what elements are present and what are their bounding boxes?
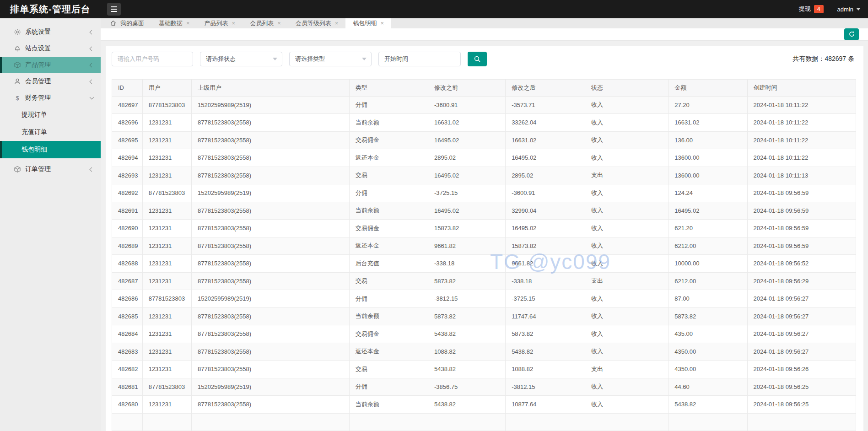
table-cell: 1231231 [142,396,191,414]
table-cell: 435.00 [669,325,747,343]
search-button[interactable] [468,52,487,66]
sidebar-subitem-4-2[interactable]: 钱包明细 [0,141,101,158]
close-icon[interactable]: × [277,20,281,26]
tab-label: 会员等级列表 [296,19,331,27]
user-menu[interactable]: admin [837,6,861,13]
sidebar-subitem-4-1[interactable]: 充值订单 [0,124,101,141]
tab-1[interactable]: 基础数据× [151,18,197,28]
table-cell: 27.20 [669,96,747,114]
table-cell: 5873.82 [506,325,585,343]
table-cell: 1231231 [142,167,191,184]
sidebar-item-2[interactable]: 产品管理 [0,57,101,73]
table-cell: 当前余额 [349,307,428,325]
table-cell: 2024-01-18 09:56:26 [747,361,856,378]
table-cell: 87781523803 [142,96,191,114]
sidebar-item-label: 站点设置 [25,44,90,53]
table-row: 482683123123187781523803(2558)返还本金1088.8… [112,343,856,361]
table-cell: 交易佣金 [349,325,428,343]
table-cell: 分佣 [349,96,428,114]
table-cell: 482683 [112,343,143,361]
table-cell: 87781523803(2558) [191,325,349,343]
tab-0[interactable]: 我的桌面 [102,18,151,28]
status-select[interactable]: 请选择状态 [200,52,282,66]
table-cell: 当前余额 [349,396,428,414]
user-icon [13,78,21,86]
table-cell: 收入 [585,131,669,149]
table-cell: 9661.82 [428,237,506,255]
sidebar-item-label: 财务管理 [25,94,90,102]
type-select[interactable]: 请选择类型 [289,52,372,66]
sidebar-item-4[interactable]: $财务管理 [0,90,101,106]
sidebar-item-3[interactable]: 会员管理 [0,73,101,90]
app-title: 排单系统-管理后台 [0,3,99,16]
column-header: 上级用户 [191,79,349,96]
tab-label: 我的桌面 [120,19,144,27]
column-header: 创建时间 [747,79,856,96]
close-icon[interactable]: × [186,20,190,26]
table-cell: 10000.00 [669,255,747,273]
sidebar-item-5[interactable]: 订单管理 [0,161,101,178]
table-cell [142,413,191,431]
table-cell: 87781523803(2558) [191,343,349,361]
close-icon[interactable]: × [380,20,384,26]
withdraw-notice-link[interactable]: 提现 [799,5,811,13]
chevron-left-icon [90,167,94,172]
sidebar-item-label: 订单管理 [25,165,90,173]
table-cell: 收入 [585,325,669,343]
table-cell [349,413,428,431]
table-cell: 11747.64 [506,307,585,325]
user-number-input[interactable] [112,52,193,66]
table-cell: 2024-01-18 09:56:29 [747,272,856,290]
tab-4[interactable]: 会员等级列表× [288,18,346,28]
table-cell: 分佣 [349,378,428,396]
column-header: ID [112,79,143,96]
sidebar-toggle-button[interactable] [107,3,121,16]
table-cell: 482686 [112,290,143,308]
table-row: 482684123123187781523803(2558)交易佣金5438.8… [112,325,856,343]
tab-2[interactable]: 产品列表× [197,18,243,28]
table-cell: 2024-01-18 09:56:59 [747,237,856,255]
table-cell: 收入 [585,96,669,114]
refresh-button[interactable] [844,28,859,40]
table-cell: 5438.82 [506,343,585,361]
table-cell: 5438.82 [428,325,506,343]
table-row: 482685123123187781523803(2558)当前余额5873.8… [112,307,856,325]
table-cell: 10877.64 [506,396,585,414]
table-cell: 5873.82 [428,307,506,325]
search-icon [474,55,481,63]
table-cell [112,413,143,431]
table-cell: 33262.04 [506,114,585,132]
sidebar-item-1[interactable]: 站点设置 [0,40,101,57]
table-row: 4826868778152380315202595989(2519)分佣-381… [112,290,856,308]
start-time-input[interactable] [378,52,461,66]
close-icon[interactable]: × [232,20,236,26]
table-cell: 交易佣金 [349,220,428,237]
table-cell: 16495.02 [428,131,506,149]
sidebar-item-label: 系统设置 [25,28,90,36]
table-cell [191,413,349,431]
table-cell: 2024-01-18 09:56:27 [747,290,856,308]
table-cell: 482692 [112,184,143,202]
table-cell: 1231231 [142,343,191,361]
close-icon[interactable]: × [335,20,339,26]
table-row: 482690123123187781523803(2558)交易佣金15873.… [112,220,856,237]
table-cell: 2024-01-18 10:11:22 [747,96,856,114]
tab-label: 钱包明细 [353,19,377,27]
table-row-partial [112,413,856,431]
chevron-left-icon [90,63,94,67]
sidebar-subitem-4-0[interactable]: 提现订单 [0,106,101,124]
bell-icon [13,45,21,53]
tab-5[interactable]: 钱包明细× [345,18,391,28]
table-cell: -3725.15 [506,290,585,308]
tab-3[interactable]: 会员列表× [243,18,288,28]
table-cell: 87781523803 [142,290,191,308]
table-cell: 当前余额 [349,114,428,132]
table-cell: 15202595989(2519) [191,290,349,308]
sidebar-item-0[interactable]: 系统设置 [0,24,101,40]
total-count-text: 共有数据：482697 条 [793,55,856,63]
box-icon [13,61,21,69]
table-cell: 1231231 [142,325,191,343]
chevron-left-icon [90,30,94,34]
table-cell [747,413,856,431]
table-cell: 1231231 [142,237,191,255]
